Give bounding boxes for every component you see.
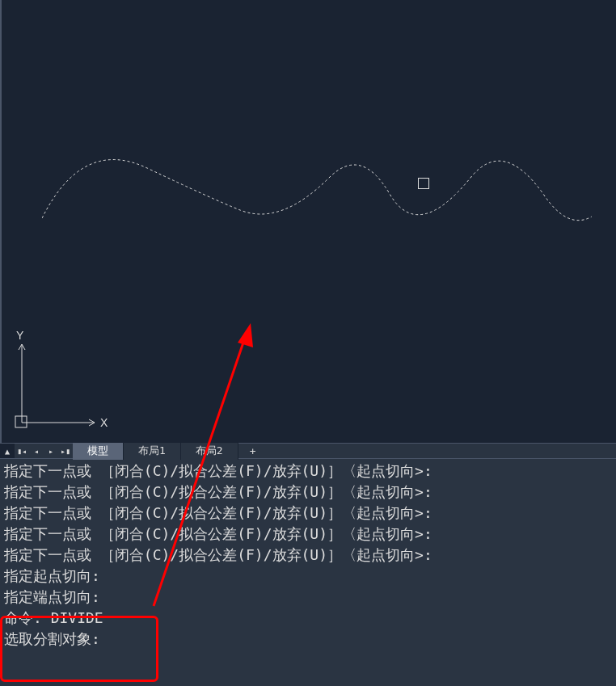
tab-first-icon[interactable]: ▮◂	[15, 444, 29, 458]
tab-layout1[interactable]: 布局1	[124, 442, 181, 460]
ucs-x-label: X	[100, 416, 108, 429]
command-line: 指定下一点或 ［闭合(C)/拟合公差(F)/放弃(U)］〈起点切向>:	[4, 482, 612, 503]
drawing-canvas[interactable]: X Y	[0, 0, 616, 443]
command-line: 命令: DIVIDE	[4, 608, 612, 629]
ucs-y-label: Y	[16, 330, 24, 342]
tab-menu-icon[interactable]: ▲	[0, 444, 15, 458]
command-line: 指定下一点或 ［闭合(C)/拟合公差(F)/放弃(U)］〈起点切向>:	[4, 503, 612, 524]
tab-model[interactable]: 模型	[73, 442, 124, 460]
command-line: 指定下一点或 ［闭合(C)/拟合公差(F)/放弃(U)］〈起点切向>:	[4, 524, 612, 545]
tab-prev-icon[interactable]: ◂	[29, 444, 44, 458]
tab-layout2[interactable]: 布局2	[181, 442, 238, 460]
selection-cursor	[418, 178, 429, 189]
ucs-icon: X Y	[10, 330, 115, 435]
spline-curve	[42, 154, 592, 226]
tab-add-button[interactable]: +	[238, 444, 268, 459]
command-line: 指定下一点或 ［闭合(C)/拟合公差(F)/放弃(U)］〈起点切向>:	[4, 461, 612, 482]
command-line: 指定端点切向:	[4, 587, 612, 608]
command-line: 指定下一点或 ［闭合(C)/拟合公差(F)/放弃(U)］〈起点切向>:	[4, 545, 612, 566]
tab-last-icon[interactable]: ▸▮	[58, 444, 73, 458]
layout-tab-bar: ▲ ▮◂ ◂ ▸ ▸▮ 模型 布局1 布局2 +	[0, 443, 616, 459]
svg-rect-2	[15, 416, 27, 427]
command-history[interactable]: 指定下一点或 ［闭合(C)/拟合公差(F)/放弃(U)］〈起点切向>: 指定下一…	[0, 459, 616, 686]
tab-next-icon[interactable]: ▸	[44, 444, 58, 458]
command-line: 指定起点切向:	[4, 566, 612, 587]
command-prompt: 选取分割对象:	[4, 629, 612, 650]
